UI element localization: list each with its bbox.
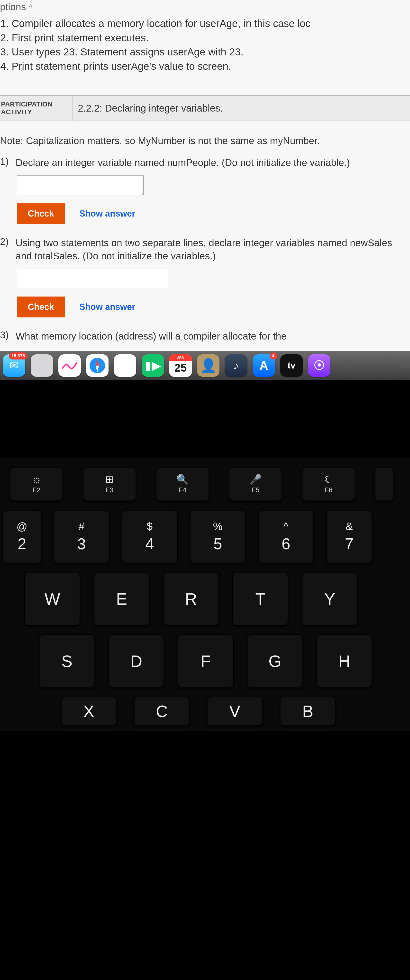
flower-icon: ✿ <box>120 358 131 373</box>
key-label: F3 <box>105 486 113 494</box>
key-t[interactable]: T <box>232 572 288 625</box>
key-4[interactable]: $ 4 <box>122 510 178 563</box>
activity-header: PARTICIPATION ACTIVITY 2.2.2: Declaring … <box>0 96 410 121</box>
show-answer-button[interactable]: Show answer <box>79 302 135 312</box>
key-v[interactable]: V <box>207 697 263 726</box>
check-button[interactable]: Check <box>17 296 65 317</box>
question-number: 2) <box>0 236 11 262</box>
key-digit: 7 <box>345 535 354 553</box>
question-text: What memory location (address) will a co… <box>16 329 410 343</box>
calendar-app-icon[interactable]: JAN 25 <box>169 354 192 377</box>
calendar-day: 25 <box>174 361 187 374</box>
laptop-keyboard: ☼ F2 ⊞ F3 🔍 F4 🎤 F5 ☾ F6 @ 2 # 3 <box>0 458 410 730</box>
key-digit: 5 <box>214 535 222 553</box>
webpage-content: ptions ^ Compiler allocates a memory loc… <box>0 0 410 352</box>
contacts-app-icon[interactable]: 👤 <box>197 354 220 377</box>
facetime-app-icon[interactable]: ▮▶ <box>142 354 164 377</box>
key-f2[interactable]: ☼ F2 <box>10 467 63 501</box>
person-icon: 👤 <box>200 358 217 373</box>
key-x[interactable]: X <box>61 697 117 726</box>
dnd-icon: ☾ <box>324 474 333 484</box>
caption-item: First print statement executes. <box>12 31 410 45</box>
key-symbol: & <box>346 520 353 533</box>
apple-tv-icon: tv <box>287 360 295 371</box>
key-d[interactable]: D <box>108 634 164 688</box>
key-symbol: @ <box>16 520 27 533</box>
question-number: 1) <box>0 156 11 169</box>
key-digit: 2 <box>18 535 26 553</box>
safari-placeholder-icon[interactable] <box>31 354 53 377</box>
captions-toggle[interactable]: ptions ^ <box>0 0 410 17</box>
calendar-month: JAN <box>169 354 192 361</box>
key-label: F2 <box>33 486 41 494</box>
scribble-icon <box>62 361 77 371</box>
key-e[interactable]: E <box>94 572 150 625</box>
key-f6[interactable]: ☾ F6 <box>302 467 355 501</box>
answer-input-1[interactable] <box>17 175 144 195</box>
key-label: F4 <box>179 486 187 494</box>
question-number: 3) <box>0 329 11 343</box>
key-digit: 6 <box>282 535 290 553</box>
key-y[interactable]: Y <box>302 572 358 625</box>
key-digit: 4 <box>145 535 154 553</box>
question-1: 1) Declare an integer variable named num… <box>0 156 410 236</box>
key-digit: 3 <box>77 535 86 553</box>
show-answer-button[interactable]: Show answer <box>79 208 135 219</box>
question-text: Using two statements on two separate lin… <box>16 236 410 262</box>
macos-dock: ✉︎ 19,375 ✿ ▮▶ JAN 25 👤 ♪ A 4 tv ⦿ <box>0 352 410 380</box>
dictation-icon: 🎤 <box>249 474 262 484</box>
note-icon: ♪ <box>233 360 239 372</box>
caption-item: Compiler allocates a memory location for… <box>12 17 410 30</box>
key-label: F6 <box>325 486 333 494</box>
mail-app-icon[interactable]: ✉︎ 19,375 <box>3 354 25 377</box>
activity-type-label: PARTICIPATION ACTIVITY <box>0 96 73 121</box>
key-b[interactable]: B <box>280 697 336 726</box>
key-symbol: ^ <box>284 520 289 533</box>
activity-title: 2.2.2: Declaring integer variables. <box>73 96 228 121</box>
key-6[interactable]: ^ 6 <box>258 510 314 563</box>
key-2[interactable]: @ 2 <box>2 510 41 563</box>
activity-note: Note: Capitalization matters, so MyNumbe… <box>0 121 410 156</box>
key-f[interactable]: F <box>178 634 234 688</box>
photos-app-icon[interactable]: ✿ <box>114 354 136 377</box>
mail-badge: 19,375 <box>9 352 27 360</box>
key-symbol: % <box>213 520 222 533</box>
question-text: Declare an integer variable named numPeo… <box>16 156 410 169</box>
key-5[interactable]: % 5 <box>190 510 246 563</box>
freeform-app-icon[interactable] <box>58 354 81 377</box>
key-g[interactable]: G <box>247 634 303 688</box>
key-r[interactable]: R <box>163 572 219 625</box>
captions-label: ptions <box>0 2 26 13</box>
key-label: F5 <box>252 486 260 494</box>
safari-app-icon[interactable] <box>86 354 108 377</box>
captions-list: Compiler allocates a memory location for… <box>0 17 410 73</box>
appstore-app-icon[interactable]: A 4 <box>252 354 275 377</box>
key-f5[interactable]: 🎤 F5 <box>229 467 282 501</box>
mission-control-icon: ⊞ <box>105 474 113 484</box>
a-icon: A <box>259 358 268 372</box>
tv-app-icon[interactable]: tv <box>280 354 303 377</box>
envelope-icon: ✉︎ <box>10 359 19 372</box>
podcasts-app-icon[interactable]: ⦿ <box>308 354 330 377</box>
check-button[interactable]: Check <box>17 203 65 224</box>
key-f7-partial[interactable] <box>375 467 394 501</box>
music-placeholder-icon[interactable]: ♪ <box>225 354 247 377</box>
question-3: 3) What memory location (address) will a… <box>0 329 410 352</box>
appstore-badge: 4 <box>270 352 277 360</box>
key-c[interactable]: C <box>134 697 190 726</box>
key-f3[interactable]: ⊞ F3 <box>83 467 136 501</box>
compass-icon <box>89 357 106 374</box>
key-7[interactable]: & 7 <box>326 510 372 563</box>
key-3[interactable]: # 3 <box>54 510 110 563</box>
activity-type-line1: PARTICIPATION <box>1 100 53 108</box>
video-icon: ▮▶ <box>145 358 161 372</box>
answer-input-2[interactable] <box>17 269 168 288</box>
key-f4[interactable]: 🔍 F4 <box>156 467 209 501</box>
key-s[interactable]: S <box>39 634 95 688</box>
question-2: 2) Using two statements on two separate … <box>0 236 410 329</box>
laptop-bezel-gap <box>0 380 410 458</box>
podcast-icon: ⦿ <box>313 359 325 372</box>
key-h[interactable]: H <box>316 634 372 688</box>
brightness-up-icon: ☼ <box>32 474 41 484</box>
key-w[interactable]: W <box>24 572 80 625</box>
